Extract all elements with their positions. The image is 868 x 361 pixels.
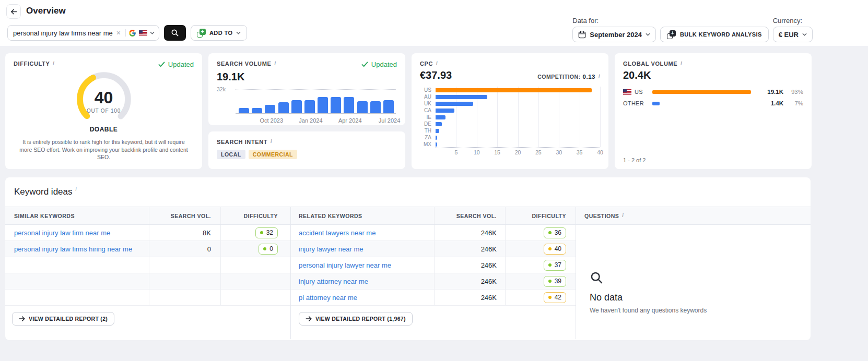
no-data-title: No data — [590, 292, 811, 303]
view-detailed-report-button[interactable]: VIEW DETAILED REPORT (1,967) — [299, 312, 413, 326]
intent-badge-commercial: COMMERCIAL — [249, 150, 297, 159]
info-icon[interactable]: i — [599, 74, 600, 79]
table-row: personal injury law firms hiring near me… — [5, 241, 290, 257]
keyword-link[interactable]: personal injury law firm near me — [14, 229, 110, 237]
search-button[interactable] — [164, 25, 186, 41]
add-to-button[interactable]: + ADD TO — [191, 25, 247, 41]
table-row: personal injury law firm near me8K32 — [5, 225, 290, 241]
keyword-link[interactable]: accident lawyers near me — [299, 229, 376, 237]
table-row — [5, 257, 290, 273]
table-row: injury lawyer near me246K40 — [291, 241, 576, 257]
cpc-bar-row — [436, 100, 600, 107]
add-to-label: ADD TO — [209, 30, 232, 36]
page-title: Overview — [26, 6, 66, 16]
google-icon — [128, 29, 136, 37]
volume-bar — [344, 97, 354, 113]
y-axis-max-label: 32k — [217, 86, 226, 92]
keyword-ideas-title: Keyword ideasi — [5, 177, 811, 197]
table-row: personal injury lawyer near me246K37 — [291, 257, 576, 273]
search-volume-chart: 32k — [236, 86, 396, 114]
keyword-link[interactable]: pi attorney near me — [299, 294, 357, 302]
bulk-keyword-analysis-button[interactable]: + BULK KEYWORD ANALYSIS — [660, 27, 769, 42]
search-volume-value: 0 — [207, 245, 211, 253]
keyword-cell: injury lawyer near me — [291, 241, 434, 257]
volume-bar — [652, 90, 751, 94]
view-detailed-report-button[interactable]: VIEW DETAILED REPORT (2) — [12, 312, 114, 326]
table-row: pi attorney near me246K42 — [291, 290, 576, 306]
table-row: injury attorney near me246K39 — [291, 273, 576, 290]
cpc-country-label: DE — [420, 121, 436, 127]
x-tick-label: 25 — [535, 149, 542, 155]
search-volume-cell: 246K — [434, 257, 505, 273]
difficulty-dot-icon — [548, 280, 552, 283]
search-volume-value: 246K — [481, 229, 497, 237]
keyword-link[interactable]: injury attorney near me — [299, 278, 368, 285]
difficulty-value: 37 — [555, 261, 561, 269]
keyword-link[interactable]: injury lawyer near me — [299, 245, 363, 253]
difficulty-value: 32 — [266, 229, 273, 236]
difficulty-cell: 39 — [505, 273, 576, 289]
volume-bar — [331, 97, 341, 113]
date-dropdown[interactable]: September 2024 — [572, 27, 656, 42]
cpc-country-label: MX — [420, 141, 436, 148]
cpc-bar — [436, 122, 442, 126]
volume-bar-track — [652, 102, 758, 105]
volume-bar — [239, 108, 249, 113]
info-icon[interactable]: i — [53, 61, 54, 66]
x-tick-label: 35 — [577, 149, 583, 155]
difficulty-cell — [220, 273, 290, 289]
updated-badge: Updated — [361, 61, 397, 68]
cpc-bar-row — [436, 134, 600, 141]
clear-input-icon[interactable]: × — [114, 29, 123, 37]
difficulty-badge: 40 — [544, 244, 566, 255]
volume-bar — [291, 100, 302, 113]
search-volume-cell: 246K — [434, 290, 505, 305]
cpc-value: €37.93 — [420, 69, 452, 81]
questions-header: QUESTIONSi — [584, 213, 624, 219]
chevron-down-icon[interactable] — [150, 31, 155, 34]
competition-stat: COMPETITION:0.13i — [537, 74, 600, 80]
cpc-bar-row — [436, 87, 600, 93]
difficulty-value: 36 — [555, 229, 561, 236]
difficulty-cell: 40 — [505, 241, 576, 257]
keyword-link[interactable]: personal injury law firms hiring near me — [14, 245, 132, 253]
keyword-ideas-section: Keyword ideasi SIMILAR KEYWORDS SEARCH V… — [5, 177, 811, 340]
search-icon — [171, 29, 179, 37]
back-button[interactable] — [6, 4, 21, 19]
volume-bar — [318, 97, 328, 113]
info-icon[interactable]: i — [436, 61, 438, 66]
gridline — [600, 87, 601, 147]
questions-panel: QUESTIONSi No data We haven't found any … — [576, 207, 811, 339]
global-volume-row: US19.1K93% — [623, 86, 803, 98]
top-bar: Overview personal injury law firms near … — [0, 0, 868, 46]
keyword-cell: personal injury law firm near me — [5, 225, 149, 240]
x-tick-label: Jul 2024 — [379, 117, 401, 124]
keyword-search-input[interactable]: personal injury law firms near me × — [7, 25, 159, 41]
info-icon[interactable]: i — [681, 61, 682, 66]
chevron-down-icon — [236, 31, 241, 34]
search-volume-value: 246K — [481, 245, 497, 253]
bulk-keyword-analysis-label: BULK KEYWORD ANALYSIS — [680, 31, 762, 38]
global-volume-value: 20.4K — [623, 69, 803, 81]
cpc-by-country-chart: USAUUKCAIEDETHZAMX — [420, 87, 600, 148]
related-keywords-header: RELATED KEYWORDS — [291, 207, 434, 224]
volume-bar — [278, 102, 289, 113]
currency-dropdown[interactable]: € EUR — [773, 27, 813, 42]
x-tick-label: 30 — [556, 149, 562, 155]
search-volume-cell: 8K — [149, 225, 220, 240]
similar-keywords-header: SIMILAR KEYWORDS — [5, 207, 149, 224]
info-icon[interactable]: i — [271, 139, 272, 144]
difficulty-card: DIFFICULTYi Updated 40 OUT OF 100 DOABLE… — [5, 53, 202, 169]
check-icon — [158, 62, 165, 67]
updated-badge: Updated — [158, 61, 194, 68]
info-icon[interactable]: i — [622, 213, 624, 218]
cpc-bar — [436, 142, 437, 147]
difficulty-cell — [220, 257, 290, 273]
search-volume-value: 246K — [481, 294, 497, 302]
info-icon[interactable]: i — [76, 187, 77, 192]
info-icon[interactable]: i — [274, 61, 276, 66]
difficulty-header: DIFFICULTY — [505, 207, 576, 224]
arrow-right-icon — [306, 316, 312, 322]
keyword-link[interactable]: personal injury lawyer near me — [299, 261, 391, 269]
search-volume-cell: 246K — [434, 225, 505, 240]
